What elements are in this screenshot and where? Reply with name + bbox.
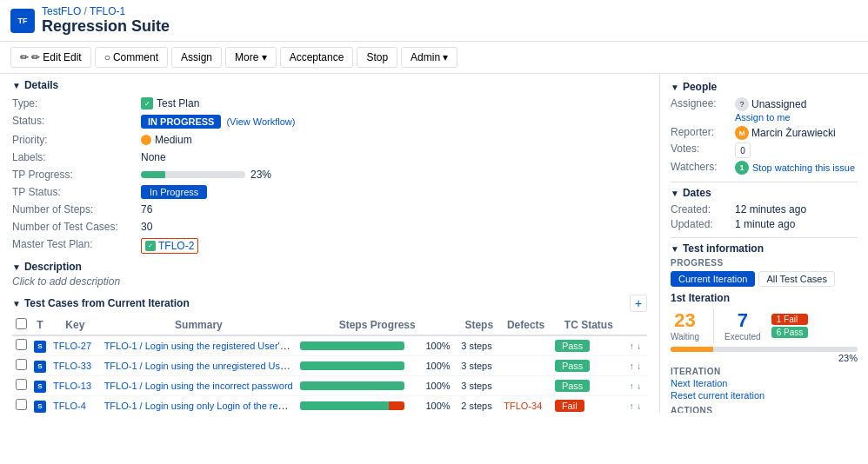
all-test-cases-tab[interactable]: All Test Cases (758, 271, 835, 287)
created-value: 12 minutes ago (735, 203, 858, 215)
tp-progress-value: 23% (141, 167, 647, 182)
updated-value: 1 minute ago (735, 218, 858, 230)
labels-label: Labels: (12, 149, 134, 165)
iteration-progress-fill (671, 347, 713, 352)
iteration-stats: 23 Waiting 7 Executed 1 Fail 6 Pass (671, 308, 858, 343)
row-select[interactable] (16, 379, 27, 390)
row-select[interactable] (16, 359, 27, 370)
row-steps: 3 steps (457, 335, 500, 356)
fail-pass-badges: 1 Fail 6 Pass (771, 314, 809, 338)
steps-bar (300, 401, 404, 410)
row-checkbox (12, 376, 30, 396)
row-sort-actions: ↑ ↓ (626, 396, 647, 414)
tc-chevron[interactable]: ▼ (12, 299, 21, 308)
edit-button[interactable]: ✏ ✏ Edit Edit (10, 47, 91, 68)
tp-progress-bar-container (141, 171, 245, 178)
sort-up-icon[interactable]: ↑ (630, 361, 634, 371)
sort-down-icon[interactable]: ↓ (637, 401, 641, 411)
num-tc-value: 30 (141, 219, 647, 235)
col-summary: Summary (101, 315, 297, 335)
test-cases-section: ▼ Test Cases from Current Iteration + T … (12, 295, 647, 413)
row-status: Pass (551, 376, 626, 396)
row-select[interactable] (16, 399, 27, 410)
issue-type-icon: S (34, 401, 46, 413)
key-link[interactable]: TFLO-4 (53, 401, 86, 411)
row-sort-actions: ↑ ↓ (626, 376, 647, 396)
reporter-label: Reporter: (671, 126, 731, 140)
sort-up-icon[interactable]: ↑ (630, 341, 634, 351)
sort-down-icon[interactable]: ↓ (637, 341, 641, 351)
current-iteration-tab[interactable]: Current Iteration (671, 271, 755, 287)
assignee-value: ? Unassigned Assign to me (735, 97, 858, 123)
summary-link[interactable]: TFLO-1 / Login using the incorrect passw… (104, 381, 293, 391)
dates-chevron[interactable]: ▼ (671, 189, 679, 198)
add-tc-button[interactable]: + (630, 295, 647, 312)
select-all-checkbox[interactable] (16, 318, 27, 329)
steps-bar (300, 361, 404, 370)
reset-iteration-link[interactable]: Reset current iteration (671, 390, 858, 401)
summary-link[interactable]: TFLO-1 / Login using the registered User… (104, 340, 297, 352)
executed-label: Executed (724, 332, 761, 341)
stop-button[interactable]: Stop (357, 47, 397, 68)
summary-link[interactable]: TFLO-1 / Login using only Login of the r… (104, 400, 297, 412)
type-icon: ✓ (141, 97, 153, 109)
assignee-label: Assignee: (671, 97, 731, 123)
assign-me-link[interactable]: Assign to me (735, 112, 791, 123)
breadcrumb-tflo1[interactable]: TFLO-1 (90, 5, 125, 17)
row-type: S (30, 396, 50, 414)
table-row: S TFLO-4 TFLO-1 / Login using only Login… (12, 396, 647, 414)
acceptance-button[interactable]: Acceptance (280, 47, 354, 68)
reporter-avatar: M (735, 126, 749, 140)
row-select[interactable] (16, 339, 27, 350)
tp-status-label: TP Status: (12, 184, 134, 200)
sort-down-icon[interactable]: ↓ (637, 381, 641, 391)
row-sort-actions: ↑ ↓ (626, 356, 647, 376)
description-section: ▼ Description Click to add description (12, 261, 647, 288)
row-progress-bar (297, 335, 422, 356)
key-link[interactable]: TFLO-13 (53, 381, 91, 391)
app-logo: TF (10, 9, 35, 33)
description-chevron[interactable]: ▼ (12, 262, 21, 272)
watchers-label: Watchers: (671, 161, 731, 175)
row-type: S (30, 335, 50, 356)
comment-button[interactable]: ○ Comment (95, 47, 168, 68)
executed-stat: 7 Executed (721, 308, 765, 343)
people-header: ▼ People (671, 81, 858, 93)
row-status: Pass (551, 335, 626, 356)
key-link[interactable]: TFLO-33 (53, 361, 91, 371)
sort-down-icon[interactable]: ↓ (637, 361, 641, 371)
row-progress-bar (297, 356, 422, 376)
row-checkbox (12, 356, 30, 376)
admin-button[interactable]: Admin ▾ (401, 47, 457, 68)
details-grid: Type: ✓ Test Plan Status: IN PROGRESS (V… (12, 96, 647, 255)
summary-link[interactable]: TFLO-1 / Login using the unregistered Us… (104, 360, 297, 372)
sort-up-icon[interactable]: ↑ (630, 381, 634, 391)
details-chevron[interactable]: ▼ (12, 81, 21, 90)
col-key: Key (50, 315, 101, 335)
next-iteration-link[interactable]: Next Iteration (671, 378, 858, 388)
sort-up-icon[interactable]: ↑ (630, 401, 634, 411)
test-info-chevron[interactable]: ▼ (671, 244, 679, 254)
people-chevron[interactable]: ▼ (671, 83, 679, 92)
tp-progress-bar-fill (141, 171, 165, 178)
row-progress-pct: 100% (422, 376, 457, 396)
view-workflow-link[interactable]: (View Workflow) (226, 116, 295, 127)
row-summary: TFLO-1 / Login using the unregistered Us… (101, 356, 297, 376)
description-placeholder[interactable]: Click to add description (12, 275, 647, 288)
divider-2 (671, 237, 858, 238)
app-header: TF TestFLO / TFLO-1 Regression Suite (0, 0, 868, 42)
row-progress-pct: 100% (422, 356, 457, 376)
master-plan-link[interactable]: ✓ TFLO-2 (141, 238, 198, 254)
status-badge: Fail (555, 400, 584, 412)
iter-tabs: Current Iteration All Test Cases (671, 271, 858, 287)
unassigned-icon: ? (735, 97, 749, 111)
edit-icon: ✏ (20, 51, 29, 63)
assign-button[interactable]: Assign (171, 47, 222, 68)
defect-link[interactable]: TFLO-34 (504, 401, 542, 411)
votes-box: 0 (735, 143, 751, 158)
stop-watching-link[interactable]: Stop watching this issue (752, 162, 855, 173)
breadcrumb-testflo[interactable]: TestFLO (42, 5, 81, 17)
key-link[interactable]: TFLO-27 (53, 341, 91, 351)
more-button[interactable]: More ▾ (225, 47, 277, 68)
progress-sublabel: PROGRESS (671, 258, 858, 268)
